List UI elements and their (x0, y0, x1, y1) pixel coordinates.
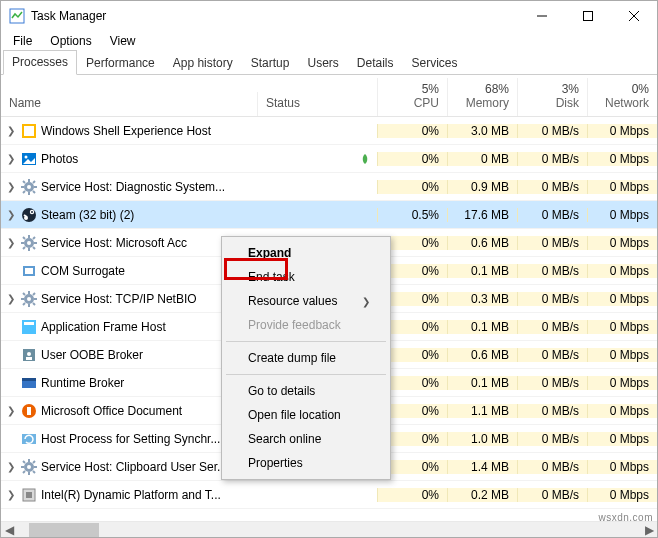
cpu-cell: 0% (377, 180, 447, 194)
network-cell: 0 Mbps (587, 180, 657, 194)
tab-services[interactable]: Services (403, 51, 467, 75)
network-cell: 0 Mbps (587, 348, 657, 362)
process-icon (21, 263, 37, 279)
titlebar[interactable]: Task Manager (1, 1, 657, 31)
expand-icon[interactable]: ❯ (5, 153, 17, 165)
expand-icon[interactable]: ❯ (5, 405, 17, 417)
menu-item-resource-values[interactable]: Resource values❯ (224, 289, 388, 313)
cpu-cell: 0.5% (377, 208, 447, 222)
svg-point-21 (31, 211, 33, 213)
menu-view[interactable]: View (102, 32, 144, 50)
horizontal-scrollbar[interactable]: ◀ ▶ (1, 521, 657, 537)
expand-icon[interactable]: ❯ (5, 125, 17, 137)
col-name[interactable]: Name (1, 92, 257, 116)
memory-cell: 0.3 MB (447, 292, 517, 306)
menu-item-end-task[interactable]: End task (224, 265, 388, 289)
menu-item-go-to-details[interactable]: Go to details (224, 379, 388, 403)
close-button[interactable] (611, 1, 657, 31)
expand-icon[interactable]: ❯ (5, 237, 17, 249)
scroll-left-icon[interactable]: ◀ (1, 523, 17, 537)
expand-icon[interactable] (5, 433, 17, 445)
expand-icon[interactable] (5, 349, 17, 361)
disk-cell: 0 MB/s (517, 432, 587, 446)
disk-cell: 0 MB/s (517, 292, 587, 306)
svg-point-49 (27, 352, 31, 356)
menu-item-label: Create dump file (248, 351, 336, 365)
scroll-right-icon[interactable]: ▶ (641, 523, 657, 537)
tab-processes[interactable]: Processes (3, 50, 77, 75)
process-status (257, 153, 377, 165)
tab-users[interactable]: Users (298, 51, 347, 75)
menu-item-label: Search online (248, 432, 321, 446)
process-name: Intel(R) Dynamic Platform and T... (41, 488, 221, 502)
col-status[interactable]: Status (257, 92, 377, 116)
process-name: Steam (32 bit) (2) (41, 208, 134, 222)
svg-line-44 (33, 293, 35, 295)
expand-icon[interactable] (5, 377, 17, 389)
memory-cell: 0.1 MB (447, 264, 517, 278)
tab-details[interactable]: Details (348, 51, 403, 75)
expand-icon[interactable]: ❯ (5, 489, 17, 501)
process-row[interactable]: ❯ Windows Shell Experience Host 0% 3.0 M… (1, 117, 657, 145)
process-row[interactable]: ❯ Steam (32 bit) (2) 0.5% 17.6 MB 0 MB/s… (1, 201, 657, 229)
memory-cell: 1.0 MB (447, 432, 517, 446)
process-icon (21, 319, 37, 335)
process-row[interactable]: ❯ Photos 0% 0 MB 0 MB/s 0 Mbps (1, 145, 657, 173)
process-row[interactable]: ❯ Service Host: Diagnostic System... 0% … (1, 173, 657, 201)
menu-item-open-file-location[interactable]: Open file location (224, 403, 388, 427)
menu-item-search-online[interactable]: Search online (224, 427, 388, 451)
process-name: Application Frame Host (41, 320, 166, 334)
tab-app-history[interactable]: App history (164, 51, 242, 75)
minimize-button[interactable] (519, 1, 565, 31)
menu-options[interactable]: Options (42, 32, 99, 50)
process-icon (21, 179, 37, 195)
svg-point-57 (27, 465, 31, 469)
expand-icon[interactable]: ❯ (5, 181, 17, 193)
menu-separator (226, 341, 386, 342)
process-icon (21, 151, 37, 167)
expand-icon[interactable]: ❯ (5, 461, 17, 473)
network-cell: 0 Mbps (587, 292, 657, 306)
menu-item-create-dump-file[interactable]: Create dump file (224, 346, 388, 370)
menu-item-provide-feedback: Provide feedback (224, 313, 388, 337)
window-title: Task Manager (31, 9, 106, 23)
svg-line-63 (33, 471, 35, 473)
maximize-button[interactable] (565, 1, 611, 31)
process-name: Service Host: Microsoft Acc (41, 236, 187, 250)
menu-item-label: Properties (248, 456, 303, 470)
expand-icon[interactable] (5, 321, 17, 333)
disk-cell: 0 MB/s (517, 348, 587, 362)
menu-item-label: Resource values (248, 294, 337, 308)
expand-icon[interactable]: ❯ (5, 293, 17, 305)
tab-startup[interactable]: Startup (242, 51, 299, 75)
process-row[interactable]: ❯ Intel(R) Dynamic Platform and T... 0% … (1, 481, 657, 509)
svg-line-42 (23, 293, 25, 295)
menu-item-expand[interactable]: Expand (224, 241, 388, 265)
menu-file[interactable]: File (5, 32, 40, 50)
tab-performance[interactable]: Performance (77, 51, 164, 75)
expand-icon[interactable]: ❯ (5, 209, 17, 221)
network-cell: 0 Mbps (587, 460, 657, 474)
menu-item-label: Expand (248, 246, 291, 260)
col-disk[interactable]: 3% Disk (517, 78, 587, 116)
col-memory[interactable]: 68% Memory (447, 78, 517, 116)
disk-cell: 0 MB/s (517, 404, 587, 418)
memory-cell: 0.6 MB (447, 348, 517, 362)
svg-line-17 (33, 181, 35, 183)
svg-line-62 (23, 461, 25, 463)
network-cell: 0 Mbps (587, 432, 657, 446)
svg-point-25 (27, 241, 31, 245)
menu-item-properties[interactable]: Properties (224, 451, 388, 475)
svg-line-45 (23, 303, 25, 305)
process-name: Service Host: TCP/IP NetBIO (41, 292, 197, 306)
expand-icon[interactable] (5, 265, 17, 277)
process-icon (21, 235, 37, 251)
network-cell: 0 Mbps (587, 404, 657, 418)
col-cpu[interactable]: 5% CPU (377, 78, 447, 116)
menu-item-label: Provide feedback (248, 318, 341, 332)
scroll-thumb[interactable] (29, 523, 99, 537)
process-icon (21, 487, 37, 503)
disk-cell: 0 MB/s (517, 236, 587, 250)
memory-cell: 0 MB (447, 152, 517, 166)
col-network[interactable]: 0% Network (587, 78, 657, 116)
